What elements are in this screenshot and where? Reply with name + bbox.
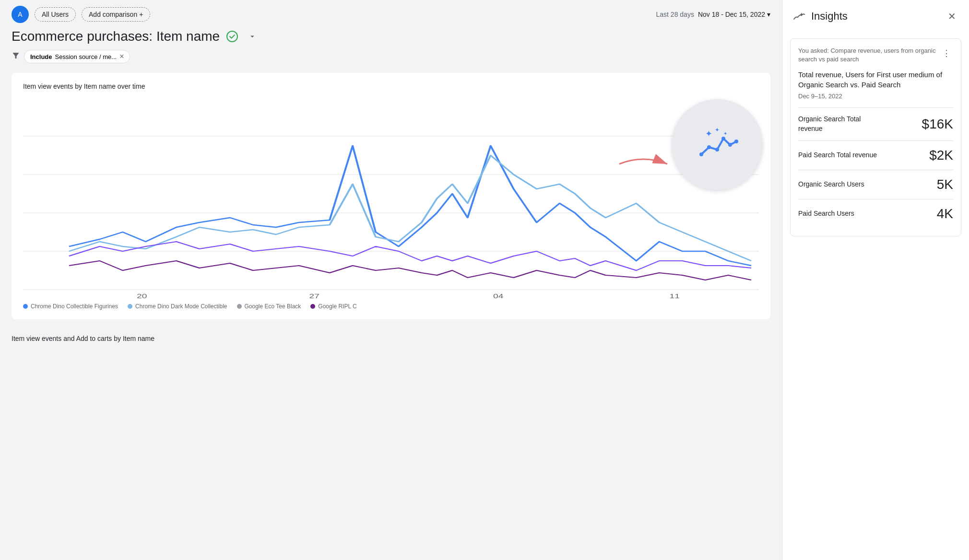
metric-row-0: Organic Search Total revenue $16K (798, 107, 953, 140)
metric-value-1: $2K (929, 148, 953, 163)
metric-value-0: $16K (922, 117, 953, 132)
filter-close-icon[interactable]: × (119, 52, 124, 61)
legend-item-4: Google RIPL C (310, 303, 356, 310)
user-avatar[interactable]: A (12, 6, 29, 23)
filter-icon (12, 51, 20, 62)
legend-dot-1 (23, 304, 28, 309)
metric-label-3: Paid Search Users (798, 209, 854, 219)
add-icon: + (139, 11, 143, 18)
insight-popup-card[interactable]: ✦ ✦ ✦ (672, 99, 763, 190)
svg-text:27: 27 (309, 293, 319, 299)
metric-value-2: 5K (937, 177, 953, 192)
all-users-button[interactable]: All Users (35, 7, 76, 22)
svg-text:20: 20 (137, 293, 147, 299)
svg-text:✦: ✦ (723, 131, 727, 136)
chevron-down-icon: ▾ (767, 11, 770, 18)
insight-date: Dec 9–15, 2022 (798, 93, 953, 100)
date-prefix: Last 28 days (656, 11, 694, 18)
legend-label-1: Chrome Dino Collectible Figurines (31, 303, 118, 310)
metric-label-2: Organic Search Users (798, 180, 864, 189)
page-title: Ecommerce purchases: Item name (12, 29, 220, 44)
metric-row-1: Paid Search Total revenue $2K (798, 140, 953, 170)
legend-label-2: Chrome Dino Dark Mode Collectible (135, 303, 227, 310)
metric-value-3: 4K (937, 206, 953, 222)
svg-point-9 (734, 140, 738, 143)
legend-label-3: Google Eco Tee Black (245, 303, 301, 310)
page-body: Ecommerce purchases: Item name (0, 29, 782, 560)
chart-2-title: Item view events and Add to carts by Ite… (12, 327, 770, 346)
date-range-picker[interactable]: Nov 18 - Dec 15, 2022 ▾ (698, 11, 770, 18)
legend-label-4: Google RIPL C (318, 303, 356, 310)
svg-text:Nov: Nov (134, 299, 150, 299)
svg-text:Dec: Dec (490, 299, 507, 299)
date-range-text: Nov 18 - Dec 15, 2022 (698, 11, 765, 18)
add-comparison-label: Add comparison (89, 11, 137, 18)
insights-icon (792, 10, 805, 23)
chart-area-1: 20 Nov 27 04 Dec 11 (23, 98, 759, 299)
arrow-indicator (614, 150, 672, 180)
insight-more-button[interactable]: ⋮ (940, 47, 953, 60)
insights-body: You asked: Compare revenue, users from o… (782, 33, 969, 560)
metric-row-3: Paid Search Users 4K (798, 199, 953, 228)
insights-title: Insights (811, 10, 938, 23)
metric-label-0: Organic Search Total revenue (798, 115, 884, 133)
metric-label-1: Paid Search Total revenue (798, 151, 877, 160)
svg-point-7 (721, 137, 725, 140)
legend-item-3: Google Eco Tee Black (237, 303, 301, 310)
svg-point-0 (227, 31, 237, 42)
svg-point-5 (707, 145, 711, 149)
insight-card-header: You asked: Compare revenue, users from o… (798, 47, 953, 64)
filter-chip[interactable]: Include Session source / me... × (24, 50, 130, 63)
filter-row: Include Session source / me... × (12, 50, 770, 63)
svg-point-4 (699, 152, 703, 156)
title-dropdown-button[interactable] (245, 29, 260, 44)
chart-card-1: Item view events by Item name over time … (12, 73, 770, 319)
filter-include-label: Include (30, 53, 52, 60)
legend-item-2: Chrome Dino Dark Mode Collectible (128, 303, 227, 310)
insight-heading: Total revenue, Users for First user medi… (798, 70, 953, 90)
legend-dot-4 (310, 304, 315, 309)
page-title-row: Ecommerce purchases: Item name (12, 29, 770, 44)
svg-text:11: 11 (670, 293, 680, 299)
close-icon: ✕ (948, 11, 956, 22)
status-check-icon[interactable] (225, 30, 239, 43)
legend-dot-3 (237, 304, 242, 309)
top-bar: A All Users Add comparison + Last 28 day… (0, 0, 782, 29)
svg-text:✦: ✦ (715, 127, 720, 133)
legend-dot-2 (128, 304, 132, 309)
svg-point-8 (728, 143, 732, 147)
all-users-label: All Users (42, 11, 69, 18)
svg-text:04: 04 (493, 293, 503, 299)
svg-text:✦: ✦ (705, 129, 712, 139)
svg-point-6 (715, 148, 719, 152)
insights-close-button[interactable]: ✕ (944, 9, 959, 24)
insights-panel: Insights ✕ You asked: Compare revenue, u… (782, 0, 969, 560)
insights-header: Insights ✕ (782, 0, 969, 33)
insight-question: You asked: Compare revenue, users from o… (798, 47, 940, 64)
metric-row-2: Organic Search Users 5K (798, 170, 953, 199)
filter-value: Session source / me... (55, 53, 117, 60)
date-range-container: Last 28 days Nov 18 - Dec 15, 2022 ▾ (656, 11, 770, 18)
insight-card: You asked: Compare revenue, users from o… (790, 38, 961, 236)
chart-1-title: Item view events by Item name over time (23, 82, 759, 90)
chart-1-legend: Chrome Dino Collectible Figurines Chrome… (23, 303, 759, 310)
legend-item-1: Chrome Dino Collectible Figurines (23, 303, 118, 310)
main-content: A All Users Add comparison + Last 28 day… (0, 0, 782, 560)
add-comparison-button[interactable]: Add comparison + (82, 7, 150, 22)
